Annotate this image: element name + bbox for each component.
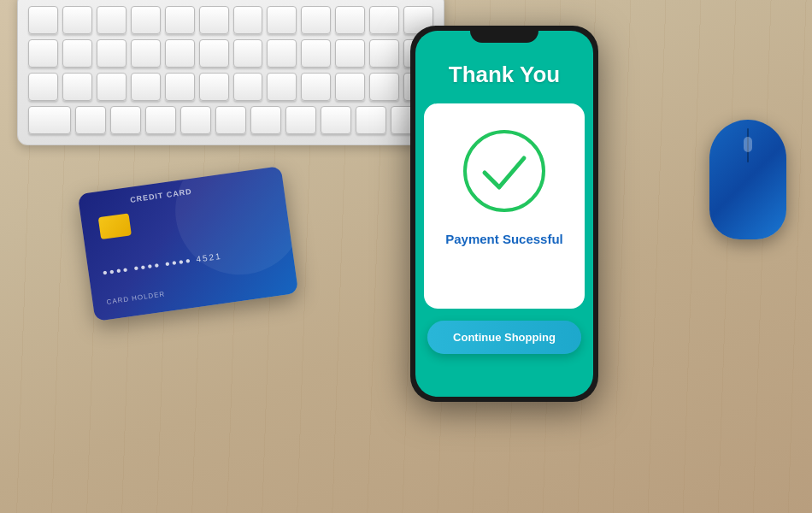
phone-notch [470, 26, 538, 43]
key [356, 106, 386, 134]
success-checkmark-icon [457, 124, 551, 218]
key [97, 73, 127, 101]
key [75, 106, 106, 134]
keyboard-row-1 [28, 6, 433, 34]
continue-shopping-button[interactable]: Continue Shopping [427, 321, 581, 354]
key [233, 6, 263, 34]
key [267, 73, 297, 101]
key [233, 39, 263, 68]
key [369, 6, 399, 34]
key [267, 6, 297, 34]
keyboard [17, 0, 444, 145]
payment-status-label: Payment Sucessful [445, 232, 563, 246]
keyboard-row-2 [28, 39, 433, 68]
thank-you-heading: Thank You [449, 62, 561, 88]
mouse-scroll-wheel [744, 137, 752, 152]
key [28, 39, 58, 68]
key [62, 6, 92, 34]
phone-device: Thank You Payment Sucessful Continue Sho… [410, 26, 598, 402]
key [335, 39, 365, 68]
key [62, 39, 92, 68]
card-holder: CARD HOLDER [106, 290, 166, 306]
key [131, 6, 161, 34]
card-number: ●●●● ●●●● ●●●● 4521 [102, 251, 222, 278]
key [165, 73, 195, 101]
key [369, 39, 399, 68]
mouse [709, 120, 786, 239]
key [28, 6, 58, 34]
key [335, 73, 365, 101]
key [110, 106, 141, 134]
key [97, 6, 127, 34]
payment-success-card: Payment Sucessful [424, 103, 585, 309]
key [301, 39, 331, 68]
keyboard-row-4 [28, 106, 433, 134]
phone-footer: Continue Shopping [415, 309, 593, 371]
key [199, 39, 229, 68]
card-label: CREDIT CARD [130, 187, 193, 204]
key [321, 106, 351, 134]
key [369, 73, 399, 101]
svg-point-0 [465, 132, 544, 210]
key [301, 73, 331, 101]
key [250, 106, 281, 134]
key [62, 73, 92, 101]
key [301, 6, 331, 34]
key [131, 73, 161, 101]
key [180, 106, 211, 134]
key [165, 39, 195, 68]
key [145, 106, 176, 134]
key [285, 106, 316, 134]
key [131, 39, 161, 68]
key [199, 73, 229, 101]
key [199, 6, 229, 34]
key [97, 39, 127, 68]
key [233, 73, 263, 101]
phone-screen: Thank You Payment Sucessful Continue Sho… [415, 31, 593, 397]
card-chip [98, 213, 132, 239]
key-tab [28, 73, 58, 101]
key [267, 39, 297, 68]
key-shift-left [28, 106, 71, 134]
key [165, 6, 195, 34]
key [215, 106, 246, 134]
key [335, 6, 365, 34]
keyboard-row-3 [28, 73, 433, 101]
